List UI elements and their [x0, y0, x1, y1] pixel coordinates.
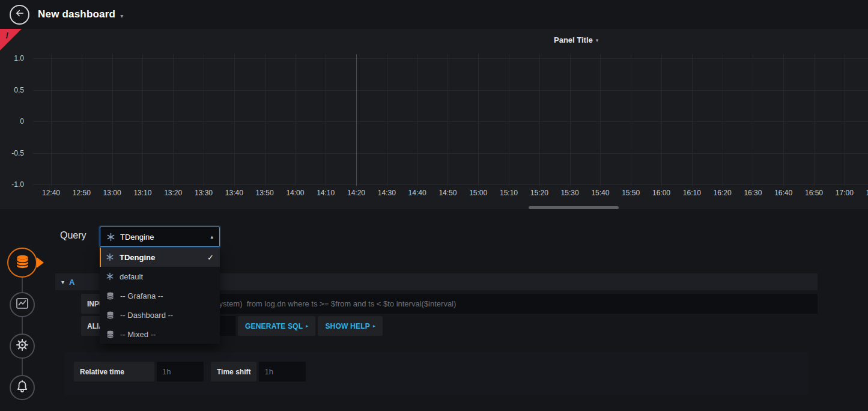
panel-title-caret-icon: ▾ — [596, 37, 599, 43]
grid-line-vertical — [814, 54, 815, 186]
panel-title: Panel Title — [554, 35, 593, 44]
datasource-option-label: TDengine — [120, 253, 155, 262]
grid-line-vertical — [417, 54, 418, 186]
grafana-panel-editor: New dashboard ▾ ! Panel Title ▾ 1.00.50-… — [0, 0, 868, 411]
datasource-option-mixed[interactable]: -- Mixed -- — [100, 324, 220, 344]
grid-line-vertical — [570, 54, 571, 186]
grid-line-vertical — [448, 54, 448, 186]
grid-line-horizontal — [33, 184, 868, 185]
show-help-button[interactable]: SHOW HELP ▸ — [318, 316, 383, 336]
top-nav: New dashboard ▾ — [0, 0, 868, 29]
tdengine-logo-icon — [106, 253, 114, 261]
caret-up-icon: ▴ — [210, 234, 213, 240]
y-tick-label: 1.0 — [0, 54, 24, 62]
tab-queries[interactable] — [7, 248, 37, 278]
chart-plot: 12:4012:5013:0013:1013:2013:3013:4013:50… — [33, 54, 868, 186]
back-button[interactable] — [10, 5, 29, 25]
relative-time-field[interactable] — [157, 362, 204, 382]
grid-line-vertical — [600, 54, 601, 186]
grid-line-vertical — [295, 54, 296, 186]
datasource-option-tdengine[interactable]: TDengine✓ — [100, 248, 220, 267]
y-tick-label: 0 — [0, 117, 24, 126]
y-tick-label: -0.5 — [0, 149, 24, 157]
grid-line-vertical — [51, 54, 52, 186]
generate-sql-button[interactable]: GENERATE SQL ▸ — [238, 316, 315, 336]
time-shift-label: Time shift — [211, 362, 256, 382]
x-tick-label: 17:10 — [857, 189, 868, 197]
datasource-selected-value: TDengine — [120, 233, 154, 242]
annotation-vline — [356, 54, 357, 186]
tab-alert[interactable] — [10, 375, 35, 400]
collapse-caret-icon[interactable]: ▾ — [61, 279, 64, 285]
grid-line-horizontal — [33, 58, 868, 59]
grid-line-vertical — [692, 54, 693, 186]
chart-y-axis: 1.00.50-0.5-1.0 — [0, 54, 26, 189]
grid-line-horizontal — [33, 121, 868, 122]
database-icon — [106, 311, 115, 320]
grid-line-vertical — [631, 54, 631, 186]
grid-line-vertical — [845, 54, 845, 186]
panel-title-menu[interactable]: Panel Title ▾ — [554, 35, 598, 44]
database-icon — [14, 254, 31, 272]
datasource-option-label: -- Grafana -- — [120, 291, 163, 300]
tdengine-logo-icon — [106, 272, 114, 281]
y-tick-label: 0.5 — [0, 86, 24, 94]
bell-icon — [15, 379, 29, 396]
time-options-panel: Relative time Time shift — [64, 352, 808, 395]
gear-icon — [15, 338, 29, 355]
grid-line-vertical — [82, 54, 82, 186]
dashboard-title-caret-icon[interactable]: ▾ — [120, 10, 123, 19]
tab-connector-line — [22, 263, 23, 388]
query-section-label: Query — [60, 230, 86, 241]
datasource-option-grafana[interactable]: -- Grafana -- — [100, 286, 220, 305]
grid-line-horizontal — [33, 90, 868, 91]
datasource-option-label: default — [120, 272, 143, 281]
arrow-left-icon — [14, 8, 25, 21]
query-ref-id: A — [69, 278, 74, 287]
input-sql-field[interactable] — [150, 294, 818, 314]
tab-general[interactable] — [10, 333, 35, 359]
grid-line-vertical — [326, 54, 326, 186]
datasource-option-label: -- Mixed -- — [120, 330, 156, 339]
check-icon: ✓ — [207, 253, 214, 262]
grid-line-vertical — [142, 54, 143, 186]
caret-right-icon: ▸ — [306, 323, 308, 329]
grid-line-vertical — [265, 54, 266, 186]
grid-line-vertical — [509, 54, 509, 186]
grid-line-vertical — [539, 54, 540, 186]
dashboard-title[interactable]: New dashboard — [38, 8, 115, 20]
time-shift-field[interactable] — [259, 362, 306, 382]
grid-line-vertical — [173, 54, 174, 186]
grid-line-vertical — [204, 54, 204, 186]
grid-line-vertical — [723, 54, 723, 186]
tdengine-logo-icon — [106, 233, 115, 242]
grid-line-vertical — [783, 54, 784, 186]
graph-panel: ! Panel Title ▾ 1.00.50-0.5-1.0 12:4012:… — [0, 29, 868, 209]
panel-error-bang: ! — [5, 30, 8, 40]
grid-line-vertical — [387, 54, 387, 186]
datasource-option-default[interactable]: default — [100, 267, 220, 286]
caret-right-icon: ▸ — [373, 323, 375, 329]
datasource-option-label: -- Dashboard -- — [120, 311, 173, 320]
grid-line-vertical — [753, 54, 753, 186]
grid-line-vertical — [234, 54, 235, 186]
chart-icon — [15, 296, 29, 313]
datasource-select[interactable]: TDengine ▴ — [100, 227, 220, 247]
datasource-menu: TDengine✓default-- Grafana ---- Dashboar… — [100, 248, 220, 344]
grid-line-vertical — [478, 54, 479, 186]
database-icon — [106, 291, 115, 300]
database-icon — [106, 330, 115, 339]
active-tab-arrow-icon — [37, 257, 44, 268]
tab-visualization[interactable] — [10, 292, 35, 317]
datasource-option-dashboard[interactable]: -- Dashboard -- — [100, 305, 220, 324]
grid-line-horizontal — [33, 153, 868, 154]
panel-error-corner-icon[interactable] — [0, 29, 22, 50]
relative-time-label: Relative time — [74, 362, 154, 382]
grid-line-vertical — [112, 54, 113, 186]
y-tick-label: -1.0 — [0, 180, 24, 189]
horizontal-scrollbar[interactable] — [529, 206, 619, 209]
grid-line-vertical — [661, 54, 662, 186]
